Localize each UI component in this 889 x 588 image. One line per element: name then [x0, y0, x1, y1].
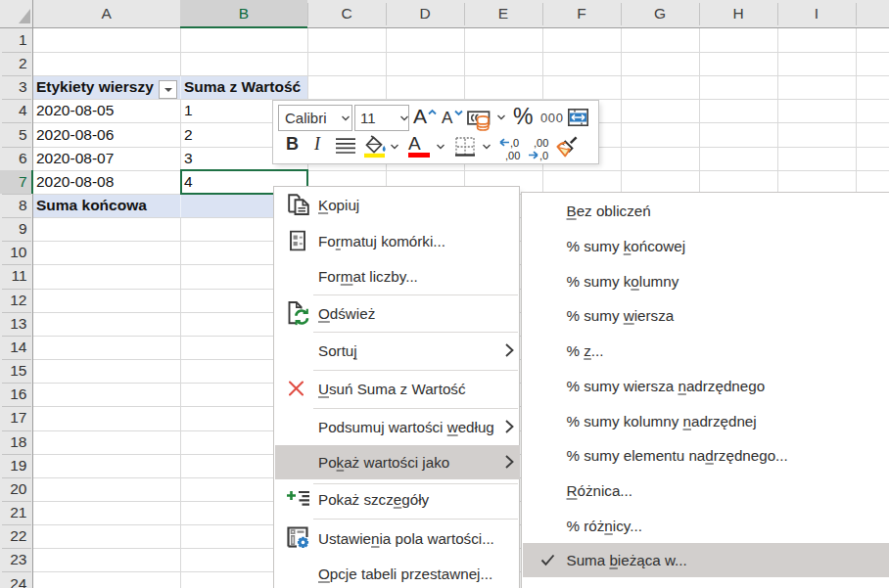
svg-text:,00: ,00 [505, 150, 520, 161]
svg-text:,00: ,00 [534, 137, 548, 149]
svg-text:,0: ,0 [539, 150, 548, 161]
svg-text:,0: ,0 [510, 137, 519, 149]
